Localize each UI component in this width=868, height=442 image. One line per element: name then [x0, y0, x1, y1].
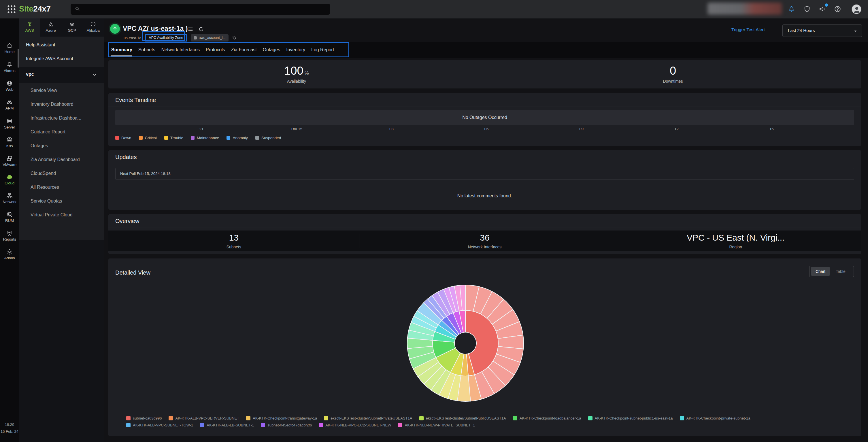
tab-outages[interactable]: Outages [263, 42, 280, 58]
help-icon[interactable] [834, 5, 842, 13]
announcement-badge-dot [825, 3, 828, 7]
chart-legend-ak-ktk-alb-lb-subnet-1[interactable]: AK-KTK-ALB-LB-SUBNET-1 [200, 423, 254, 427]
legend-swatch [191, 136, 194, 140]
sidebar-item-web[interactable]: Web [0, 80, 19, 98]
network-icon [0, 192, 19, 199]
legend-swatch [398, 423, 402, 427]
trigger-test-alert-link[interactable]: Trigger Test Alert [732, 27, 765, 32]
chart-legend-ak-ktk-alb-vpc-server-subnet[interactable]: AK-KTK-ALB-VPC-SERVER-SUBNET [168, 416, 239, 420]
view-toggle-chart[interactable]: Chart [811, 267, 830, 276]
security-shield-icon[interactable] [803, 5, 811, 13]
sidebar-item-server[interactable]: Server [0, 118, 19, 136]
sidebar-item-network[interactable]: Network [0, 192, 19, 211]
chart-legend-ak-ktk-checkpoint-transitgateway-1a[interactable]: AK-KTK-Checkpoint-transitgateway-1a [246, 416, 317, 420]
tab-inventory[interactable]: Inventory [286, 42, 305, 58]
user-avatar[interactable] [851, 4, 861, 14]
view-toggle-table[interactable]: Table [831, 267, 850, 276]
notifications-bell-icon[interactable] [787, 5, 796, 13]
sidebar-item-k8s[interactable]: K8s [0, 136, 19, 155]
sidebar-item-rum[interactable]: RUM [0, 211, 19, 229]
legend-label: AK-KTK-ALB-VPC-SUBNET-TGW-1 [133, 423, 193, 427]
timeline-legend-anomaly: Anomaly [226, 136, 248, 140]
monitor-type-badge[interactable]: VPC Availability Zone [145, 34, 186, 41]
service-group-vpc[interactable]: vpc [19, 67, 104, 83]
app-grid-icon[interactable] [6, 4, 17, 14]
site24x7-app: Site24x7 18:20 15 Feb, 24 HomeAlarmsWebA… [0, 0, 868, 442]
tab-log-report[interactable]: Log Report [311, 42, 334, 58]
sidebar-item-cloud[interactable]: Cloud [0, 173, 19, 192]
menu-item-integrate-aws-account[interactable]: Integrate AWS Account [26, 56, 101, 61]
subnet-sunburst-chart [405, 283, 526, 404]
tag-icon[interactable] [232, 35, 237, 40]
module-sidebar: 18:20 15 Feb, 24 HomeAlarmsWebAPMServerK… [0, 19, 19, 442]
legend-swatch [513, 416, 517, 420]
provider-tab-aws[interactable]: AWS [19, 19, 40, 37]
tab-protocols[interactable]: Protocols [206, 42, 225, 58]
updates-card: Updates Next Poll Feb 15, 2024 18:18 No … [108, 150, 861, 210]
menu-item-service-quotas[interactable]: Service Quotas [31, 198, 102, 204]
menu-item-cloudspend[interactable]: CloudSpend [31, 171, 102, 176]
chart-legend-ak-ktk-nlb-vpc-ec2-subnet-new[interactable]: AK-KTK-NLB-VPC-EC2-SUBNET-NEW [319, 423, 391, 427]
chart-legend-ak-ktk-alb-vpc-subnet-tgw-1[interactable]: AK-KTK-ALB-VPC-SUBNET-TGW-1 [126, 423, 193, 427]
availability-value: 100 [284, 64, 304, 77]
account-chip[interactable]: aws_account_i... [191, 34, 228, 41]
monitor-region: us-east-1a [124, 36, 141, 40]
updates-title: Updates [115, 154, 137, 160]
menu-item-all-resources[interactable]: All Resources [31, 185, 102, 190]
logo-suffix: 24x7 [33, 4, 51, 13]
menu-item-help-assistant[interactable]: Help Assistant [26, 42, 101, 48]
provider-tab-azure[interactable]: Azure [40, 19, 62, 37]
sidebar-item-label: Reports [0, 237, 19, 242]
provider-tab-gcp[interactable]: GCP [61, 19, 83, 37]
menu-item-infrastructure-dashboa[interactable]: Infrastructure Dashboa... [31, 116, 102, 121]
menu-item-zia-anomaly-dashboard[interactable]: Zia Anomaly Dashboard [31, 157, 102, 162]
sidebar-item-label: RUM [0, 218, 19, 223]
tab-subnets[interactable]: Subnets [138, 42, 155, 58]
divider [108, 164, 861, 164]
tab-zia-forecast[interactable]: Zia Forecast [231, 42, 257, 58]
chart-legend-eksctl-ekstest-cluster-subnetprivateuseast1a[interactable]: eksctl-EKSTest-cluster/SubnetPrivateUSEA… [324, 416, 412, 420]
sidebar-item-admin[interactable]: Admin [0, 248, 19, 267]
sidebar-item-home[interactable]: Home [0, 42, 19, 61]
timeline-axis: 21Thu 15030609121518 [108, 125, 861, 133]
provider-tab-alibaba[interactable]: Alibaba [83, 19, 104, 37]
legend-swatch [200, 423, 204, 427]
overview-title: Overview [115, 218, 139, 224]
vmware-icon [0, 155, 19, 162]
timeline-tick: 15 [770, 127, 773, 131]
search-icon [75, 6, 80, 13]
menu-item-virtual-private-cloud[interactable]: Virtual Private Cloud [31, 212, 102, 218]
chart-legend-ak-ktk-checkpoint-private-subnet-1a[interactable]: AK-KTK-Checkpoint-private-subnet-1a [680, 416, 750, 420]
chart-legend-subnet-045edfc47dacbf2fb[interactable]: subnet-045edfc47dacbf2fb [261, 423, 312, 427]
tab-network-interfaces[interactable]: Network Interfaces [161, 42, 200, 58]
menu-item-outages[interactable]: Outages [31, 143, 102, 148]
tab-summary[interactable]: Summary [111, 42, 132, 58]
chart-legend-subnet-ca03d996[interactable]: subnet-ca03d996 [126, 416, 162, 420]
detailed-view-card: Detailed View ChartTable subnet-ca03d996… [108, 258, 861, 436]
sidebar-item-reports[interactable]: Reports [0, 230, 19, 248]
global-search-input[interactable] [80, 7, 330, 12]
downtimes-label: Downtimes [485, 79, 861, 84]
sidebar-item-label: Alarms [0, 69, 19, 73]
menu-item-guidance-report[interactable]: Guidance Report [31, 129, 102, 134]
chart-legend-ak-ktk-checkpoint-loadbalancer-1a[interactable]: AK-KTK-Checkpoint-loadbalancer-1a [513, 416, 581, 420]
chart-legend-ak-ktk-nlb-new-private-subnet-1[interactable]: AK-KTK-NLB-NEW-PRIVATE_SUBNET_1 [398, 423, 475, 427]
sunburst-legend: subnet-ca03d996AK-KTK-ALB-VPC-SERVER-SUB… [126, 416, 815, 427]
sidebar-item-label: Cloud [0, 181, 19, 185]
refresh-icon[interactable] [198, 26, 204, 32]
menu-item-service-view[interactable]: Service View [31, 88, 102, 93]
sidebar-item-apm[interactable]: APM [0, 99, 19, 117]
chart-legend-eksctl-ekstest-cluster-subnetpublicuseast1a[interactable]: eksctl-EKSTest-cluster/SubnetPublicUSEAS… [419, 416, 506, 420]
timestamp-time: 18:20 [0, 421, 19, 428]
legend-label: subnet-045edfc47dacbf2fb [268, 423, 312, 427]
monitor-menu-icon[interactable] [187, 26, 194, 32]
overview-stats: 13Subnets36Network InterfacesVPC - US Ea… [108, 230, 861, 251]
menu-item-inventory-dashboard[interactable]: Inventory Dashboard [31, 102, 102, 107]
sidebar-item-alarms[interactable]: Alarms [0, 61, 19, 80]
divider [108, 106, 861, 107]
chart-legend-ak-ktk-checkpoint-subnet-public1-us-east-1a[interactable]: AK-KTK-Checkpoint-subnet-public1-us-east… [588, 416, 673, 420]
sidebar-item-vmware[interactable]: VMware [0, 155, 19, 173]
rum-icon [0, 211, 19, 218]
time-range-dropdown[interactable]: Last 24 Hours [782, 25, 862, 37]
legend-label: subnet-ca03d996 [133, 416, 162, 420]
